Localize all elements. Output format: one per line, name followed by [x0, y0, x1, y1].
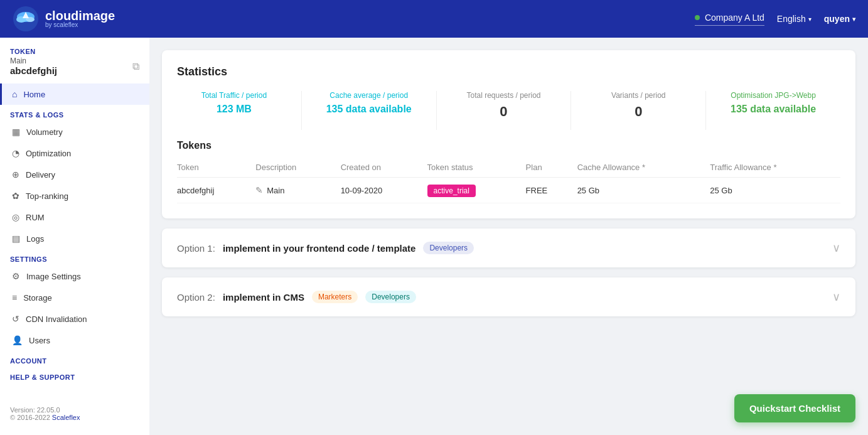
user-menu[interactable]: quyen ▾ [824, 14, 855, 24]
stat1-value: 123 MB [177, 104, 291, 115]
settings-section-header: SETTINGS [0, 249, 149, 266]
stats-section-header: STATS & LOGS [0, 105, 149, 121]
company-name: Company A Ltd [705, 13, 764, 23]
sidebar-item-cdn-invalidation[interactable]: ↺ CDN Invalidation [0, 308, 149, 330]
quickstart-button[interactable]: Quickstart Checklist [734, 394, 855, 422]
sidebar: TOKEN Main abcdefghij ⧉ ⌂ Home STATS & L… [0, 38, 149, 435]
sidebar-cdn-label: CDN Invalidation [26, 314, 87, 324]
col-description: Description [255, 158, 340, 178]
cell-description: ✎Main [255, 178, 340, 203]
language-label: English [777, 14, 806, 24]
stat5-value: 135 data available [716, 104, 830, 115]
option2-card[interactable]: Option 2: implement in CMS Marketers Dev… [162, 277, 855, 316]
stat4-value: 0 [581, 104, 695, 120]
col-created-on: Created on [341, 158, 427, 178]
sidebar-item-top-ranking[interactable]: ✿ Top-ranking [0, 185, 149, 207]
language-selector[interactable]: English ▾ [777, 14, 812, 24]
stat2-label: Cache average / period [312, 91, 426, 100]
status-badge: active_trial [427, 185, 476, 197]
stat3-value: 0 [447, 104, 561, 120]
version-text: Version: 22.05.0 [10, 406, 139, 414]
edit-icon[interactable]: ✎ [255, 185, 263, 195]
sidebar-item-logs[interactable]: ▤ Logs [0, 228, 149, 249]
stat-cache-average: Cache average / period 135 data availabl… [302, 91, 437, 130]
header-right: Company A Ltd English ▾ quyen ▾ [695, 13, 855, 26]
sidebar-top-ranking-label: Top-ranking [26, 191, 68, 201]
company-status-dot [695, 15, 700, 20]
stat-variants: Variants / period 0 [571, 91, 706, 130]
sidebar-item-image-settings[interactable]: ⚙ Image Settings [0, 266, 149, 287]
option1-title: implement in your frontend code / templa… [223, 243, 416, 254]
rum-icon: ◎ [12, 212, 19, 222]
token-section: TOKEN Main abcdefghij ⧉ [0, 48, 149, 83]
lang-chevron-icon: ▾ [808, 16, 812, 23]
sidebar-rum-label: RUM [26, 213, 45, 222]
cell-status: active_trial [427, 178, 526, 203]
volumetry-icon: ▦ [12, 127, 20, 137]
sidebar-logs-label: Logs [26, 234, 44, 244]
stat4-label: Variants / period [581, 91, 695, 100]
sidebar-item-optimization[interactable]: ◔ Optimization [0, 142, 149, 164]
sidebar-users-label: Users [29, 336, 50, 345]
option2-title: implement in CMS [223, 292, 304, 303]
top-ranking-icon: ✿ [12, 191, 19, 201]
token-value: abcdefghij [10, 65, 57, 76]
option1-tag: Developers [423, 242, 474, 254]
stat-total-requests: Total requests / period 0 [437, 91, 572, 130]
copyright-row: © 2016-2022 Scaleflex [10, 414, 139, 421]
sidebar-item-users[interactable]: 👤 Users [0, 330, 149, 351]
cdn-invalidation-icon: ↺ [12, 314, 19, 324]
sidebar-item-delivery[interactable]: ⊕ Delivery [0, 164, 149, 185]
option1-left: Option 1: implement in your frontend cod… [177, 242, 474, 254]
option2-left: Option 2: implement in CMS Marketers Dev… [177, 291, 416, 303]
logo: cloudimage by scaleflex [13, 6, 115, 32]
image-settings-icon: ⚙ [12, 271, 20, 281]
tokens-title: Tokens [177, 140, 840, 151]
main-content: Statistics Total Traffic / period 123 MB… [149, 38, 868, 435]
token-name-row: Main abcdefghij ⧉ [10, 56, 139, 76]
logs-icon: ▤ [12, 234, 20, 244]
sidebar-home-label: Home [23, 90, 45, 99]
logo-main-text: cloudimage [45, 9, 115, 22]
option2-tag2: Developers [365, 291, 416, 303]
stat-optimisation: Optimisation JPG->Webp 135 data availabl… [706, 91, 840, 130]
cell-traffic: 25 Gb [710, 178, 840, 203]
sidebar-volumetry-label: Volumetry [26, 127, 63, 137]
col-traffic: Traffic Allowance * [710, 158, 840, 178]
statistics-title: Statistics [177, 65, 840, 78]
scaleflex-link[interactable]: Scaleflex [52, 414, 80, 421]
sidebar-item-volumetry[interactable]: ▦ Volumetry [0, 121, 149, 142]
cell-created-on: 10-09-2020 [341, 178, 427, 203]
logo-sub-text: by scaleflex [45, 22, 115, 28]
statistics-card: Statistics Total Traffic / period 123 MB… [162, 50, 855, 218]
sidebar-optimization-label: Optimization [26, 149, 71, 158]
copyright-text: © 2016-2022 [10, 414, 50, 421]
option1-card[interactable]: Option 1: implement in your frontend cod… [162, 228, 855, 267]
users-icon: 👤 [12, 335, 23, 345]
cell-token: abcdefghij [177, 178, 255, 203]
sidebar-item-storage[interactable]: ≡ Storage [0, 287, 149, 308]
option1-prefix: Option 1: [177, 243, 215, 254]
tokens-table-header: Token Description Created on Token statu… [177, 158, 840, 178]
stat-total-traffic: Total Traffic / period 123 MB [177, 91, 302, 130]
stat5-label: Optimisation JPG->Webp [716, 91, 830, 100]
sidebar-item-rum[interactable]: ◎ RUM [0, 207, 149, 228]
copy-token-icon[interactable]: ⧉ [132, 61, 139, 72]
option1-chevron-icon: ∨ [832, 241, 840, 255]
main-layout: TOKEN Main abcdefghij ⧉ ⌂ Home STATS & L… [0, 38, 868, 435]
col-plan: Plan [526, 158, 577, 178]
stat3-label: Total requests / period [447, 91, 561, 100]
sidebar-item-home[interactable]: ⌂ Home [0, 83, 149, 105]
sidebar-storage-label: Storage [23, 293, 52, 303]
stat1-label: Total Traffic / period [177, 91, 291, 100]
account-section-header: ACCOUNT [0, 351, 149, 367]
sidebar-footer: Version: 22.05.0 © 2016-2022 Scaleflex [0, 399, 149, 429]
company-selector[interactable]: Company A Ltd [695, 13, 764, 26]
logo-icon [13, 6, 39, 32]
storage-icon: ≡ [12, 293, 17, 303]
tokens-table: Token Description Created on Token statu… [177, 158, 840, 203]
cell-cache: 25 Gb [577, 178, 710, 203]
col-cache: Cache Allowance * [577, 158, 710, 178]
help-section-header: HELP & SUPPORT [0, 367, 149, 384]
token-info: Main abcdefghij [10, 56, 57, 76]
